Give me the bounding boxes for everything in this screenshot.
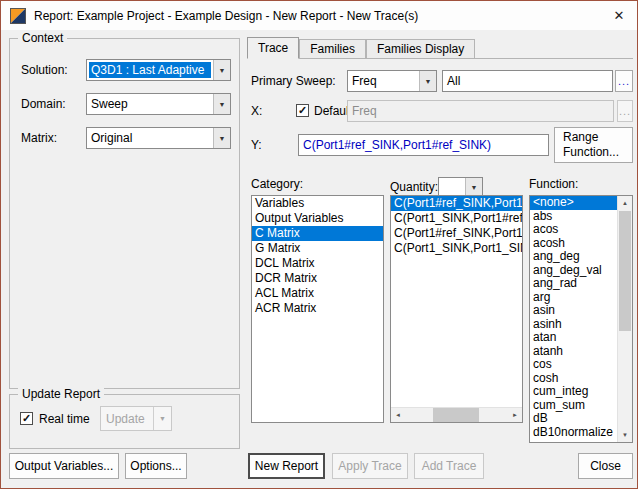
quantity-dropdown[interactable]: ▼ <box>438 177 483 197</box>
x-value-field: Freq <box>347 100 614 122</box>
window-title: Report: Example Project - Example Design… <box>34 9 418 23</box>
x-value: Freq <box>352 104 377 118</box>
context-group: Context Solution: Q3D1 : Last Adaptive ▼… <box>9 38 240 389</box>
function-item[interactable]: cum_integ <box>530 385 618 399</box>
function-listbox[interactable]: ▲ ▼ <none>absacosacoshang_degang_deg_val… <box>529 195 633 443</box>
category-item[interactable]: C Matrix <box>252 226 383 241</box>
function-item[interactable]: cos <box>530 358 618 372</box>
solution-value: Q3D1 : Last Adaptive <box>89 62 211 78</box>
quantity-dropdown-value <box>439 178 465 196</box>
sweep-range-value: All <box>447 74 460 88</box>
primary-sweep-dropdown[interactable]: Freq ▼ <box>347 70 437 92</box>
sweep-range-ellipsis-button[interactable]: ... <box>615 70 633 92</box>
add-trace-button: Add Trace <box>414 453 484 479</box>
apply-trace-button: Apply Trace <box>332 453 408 479</box>
range-function-button[interactable]: Range Function... <box>554 127 633 163</box>
function-item[interactable]: asinh <box>530 318 618 332</box>
matrix-value: Original <box>87 128 213 148</box>
quantity-listbox[interactable]: ◄ ► C(Port1#ref_SINK,Port1C(Port1_SINK,P… <box>390 195 523 423</box>
scrollbar-thumb[interactable] <box>619 211 631 331</box>
checkmark-icon: ✓ <box>22 413 31 424</box>
new-report-button[interactable]: New Report <box>248 453 325 479</box>
tab[interactable]: Trace <box>247 37 299 59</box>
primary-sweep-label: Primary Sweep: <box>251 70 336 92</box>
x-label: X: <box>251 100 262 122</box>
function-item[interactable]: asin <box>530 304 618 318</box>
function-item[interactable]: acos <box>530 223 618 237</box>
function-label: Function: <box>529 173 578 195</box>
tab-strip: TraceFamiliesFamilies Display <box>247 37 633 59</box>
report-plot-icon <box>10 8 26 24</box>
function-item[interactable]: arg <box>530 291 618 305</box>
chevron-down-icon[interactable]: ▼ <box>213 94 230 114</box>
function-item[interactable]: abs <box>530 210 618 224</box>
domain-dropdown[interactable]: Sweep ▼ <box>86 93 231 115</box>
function-item[interactable]: ang_deg <box>530 250 618 264</box>
category-listbox[interactable]: VariablesOutput VariablesC MatrixG Matri… <box>251 195 384 423</box>
close-button[interactable]: Close <box>578 453 633 479</box>
function-item[interactable]: acosh <box>530 237 618 251</box>
category-item[interactable]: ACR Matrix <box>252 301 383 316</box>
function-item[interactable]: atan <box>530 331 618 345</box>
solution-dropdown[interactable]: Q3D1 : Last Adaptive ▼ <box>86 59 231 81</box>
function-item[interactable]: dB10normalize <box>530 426 618 440</box>
y-expression-value: C(Port1#ref_SINK,Port1#ref_SINK) <box>303 138 491 152</box>
category-item[interactable]: Variables <box>252 196 383 211</box>
real-time-checkbox[interactable]: ✓ <box>20 412 33 425</box>
function-item[interactable]: cosh <box>530 372 618 386</box>
matrix-label: Matrix: <box>21 127 57 149</box>
chevron-down-icon[interactable]: ▼ <box>419 71 436 91</box>
range-function-label-line1: Range <box>563 130 598 145</box>
tab[interactable]: Families Display <box>366 39 475 58</box>
category-item[interactable]: Output Variables <box>252 211 383 226</box>
update-button[interactable]: Update ▼ <box>100 406 172 431</box>
category-item[interactable]: ACL Matrix <box>252 286 383 301</box>
function-item[interactable]: ang_deg_val <box>530 264 618 278</box>
scroll-up-icon[interactable]: ▲ <box>618 196 632 210</box>
checkmark-icon: ✓ <box>298 105 307 116</box>
category-label: Category: <box>251 173 303 195</box>
scrollbar-thumb[interactable] <box>433 408 479 422</box>
real-time-label: Real time <box>39 408 90 430</box>
y-label: Y: <box>251 134 262 156</box>
y-expression-field[interactable]: C(Port1#ref_SINK,Port1#ref_SINK) <box>298 134 549 156</box>
function-item[interactable]: ang_rad <box>530 277 618 291</box>
category-item[interactable]: DCL Matrix <box>252 256 383 271</box>
horizontal-scrollbar[interactable]: ◄ ► <box>391 407 522 422</box>
scroll-right-icon[interactable]: ► <box>508 408 522 422</box>
context-group-title: Context <box>18 31 67 45</box>
scroll-left-icon[interactable]: ◄ <box>391 408 405 422</box>
primary-sweep-value: Freq <box>348 71 419 91</box>
chevron-down-icon[interactable]: ▼ <box>213 128 230 148</box>
titlebar: Report: Example Project - Example Design… <box>1 1 637 30</box>
sweep-range-field[interactable]: All <box>442 70 613 92</box>
tab[interactable]: Families <box>299 39 366 58</box>
category-item[interactable]: G Matrix <box>252 241 383 256</box>
chevron-down-icon[interactable]: ▼ <box>213 60 230 80</box>
vertical-scrollbar[interactable]: ▲ ▼ <box>617 196 632 442</box>
function-item[interactable]: cum_sum <box>530 399 618 413</box>
domain-value: Sweep <box>87 94 213 114</box>
options-button[interactable]: Options... <box>125 453 187 479</box>
x-default-checkbox[interactable]: ✓ <box>296 104 309 117</box>
quantity-item[interactable]: C(Port1#ref_SINK,Port1 <box>391 226 522 241</box>
category-item[interactable]: DCR Matrix <box>252 271 383 286</box>
quantity-item[interactable]: C(Port1#ref_SINK,Port1 <box>391 196 522 211</box>
quantity-item[interactable]: C(Port1_SINK,Port1#ref <box>391 211 522 226</box>
chevron-down-icon: ▼ <box>153 407 166 430</box>
function-item[interactable]: atanh <box>530 345 618 359</box>
scroll-down-icon[interactable]: ▼ <box>618 428 632 442</box>
update-report-group-title: Update Report <box>18 387 104 401</box>
function-item[interactable]: dB <box>530 412 618 426</box>
quantity-item[interactable]: C(Port1_SINK,Port1_SIN <box>391 241 522 256</box>
update-report-group: Update Report ✓ Real time Update ▼ <box>9 394 240 449</box>
report-dialog-window: Report: Example Project - Example Design… <box>0 0 638 489</box>
x-ellipsis-button: ... <box>617 100 633 122</box>
function-item[interactable]: <none> <box>530 196 618 210</box>
close-icon[interactable]: ✕ <box>601 1 637 30</box>
output-variables-button[interactable]: Output Variables... <box>9 453 119 479</box>
solution-label: Solution: <box>21 59 68 81</box>
chevron-down-icon[interactable]: ▼ <box>465 178 482 196</box>
update-button-label: Update <box>106 412 145 426</box>
matrix-dropdown[interactable]: Original ▼ <box>86 127 231 149</box>
